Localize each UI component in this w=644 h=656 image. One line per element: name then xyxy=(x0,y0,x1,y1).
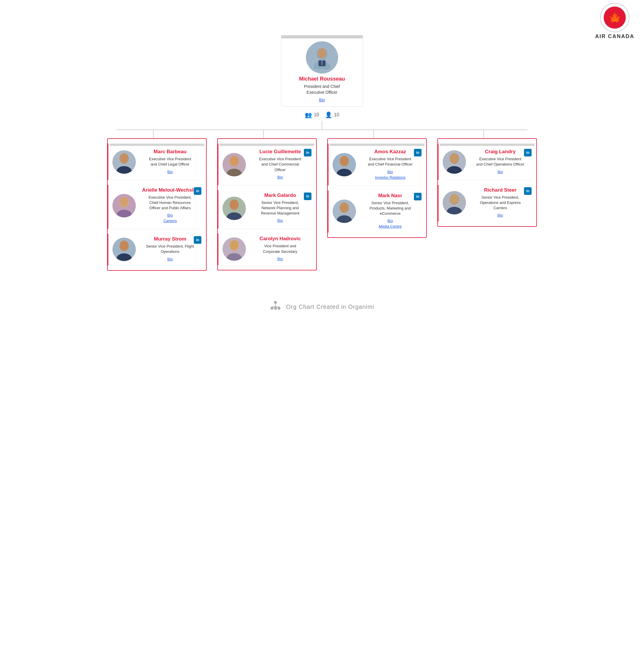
arielle-header: Arielle Meloul-Wechsler Executive Vice P… xyxy=(112,187,201,224)
kazzaz-card-bar xyxy=(330,144,424,146)
landry-name: Craig Landry xyxy=(469,149,532,155)
galardo-header: Mark Galardo Senior Vice President,Netwo… xyxy=(223,193,312,224)
svg-point-9 xyxy=(120,153,128,162)
murray-header: Murray Strom Senior Vice President, Flig… xyxy=(112,236,201,262)
lucie-bio[interactable]: Bio xyxy=(249,175,312,179)
nasr-bio[interactable]: Bio xyxy=(359,219,421,223)
ceo-avatar-wrap xyxy=(306,41,338,73)
person-count: 10 xyxy=(334,112,339,117)
card-bar-1 xyxy=(110,144,204,146)
landry-title: Executive Vice Presidentand Chief Operat… xyxy=(469,156,532,167)
svg-point-35 xyxy=(447,207,462,215)
arielle-info: Arielle Meloul-Wechsler Executive Vice P… xyxy=(139,187,201,224)
marc-barbeau-name: Marc Barbeau xyxy=(139,149,201,155)
steer-bio[interactable]: Bio xyxy=(469,213,532,217)
murray-name: Murray Strom xyxy=(139,236,201,242)
steer-name: Richard Steer xyxy=(469,187,532,193)
landry-left-bar xyxy=(437,144,438,180)
ceo-card: Michael Rousseau President and ChiefExec… xyxy=(281,35,363,107)
arielle-card: in Arielle Meloul-Wechsler Executive Vic… xyxy=(112,185,201,229)
svg-point-21 xyxy=(230,199,238,209)
lucie-name: Lucie Guillemette xyxy=(249,149,312,155)
col1-group: Marc Barbeau Executive Vice Presidentand… xyxy=(107,138,207,270)
kazzaz-ir[interactable]: Investor Relations xyxy=(359,175,421,180)
landry-card: in Craig Landry Executive Vice President… xyxy=(443,144,532,180)
marc-barbeau-info: Marc Barbeau Executive Vice Presidentand… xyxy=(139,149,201,175)
kazzaz-linkedin[interactable]: in xyxy=(414,149,421,156)
svg-point-23 xyxy=(227,253,242,261)
landry-linkedin[interactable]: in xyxy=(524,149,532,156)
group-icon: 👥 xyxy=(305,111,312,118)
col4-wrapper: in Craig Landry Executive Vice President… xyxy=(435,130,539,227)
kazzaz-left-bar xyxy=(327,144,328,185)
steer-linkedin[interactable]: in xyxy=(524,187,532,195)
steer-left-bar xyxy=(437,185,438,222)
marc-barbeau-header: Marc Barbeau Executive Vice Presidentand… xyxy=(112,149,201,175)
svg-text:🍁: 🍁 xyxy=(607,10,623,25)
lucie-header: Lucie Guillemette Executive Vice Preside… xyxy=(223,149,312,180)
arielle-careers[interactable]: Careers xyxy=(139,219,201,223)
col3-down-line xyxy=(373,130,374,138)
col3-wrapper: in Amos Kazzaz Executive Vice Presidenta… xyxy=(325,130,429,238)
carolyn-avatar xyxy=(223,237,246,261)
nasr-info: Mark Nasr Senior Vice President,Products… xyxy=(359,193,421,230)
lucie-avatar xyxy=(223,153,246,176)
nasr-linkedin[interactable]: in xyxy=(414,193,421,200)
ceo-name: Michael Rousseau xyxy=(284,76,360,82)
svg-point-38 xyxy=(271,307,273,310)
footer-text: Org Chart Created in Organimi xyxy=(286,304,374,310)
carolyn-bio[interactable]: Bio xyxy=(249,257,312,261)
galardo-bio[interactable]: Bio xyxy=(249,218,312,223)
marc-barbeau-card: Marc Barbeau Executive Vice Presidentand… xyxy=(112,144,201,180)
svg-point-24 xyxy=(230,240,238,249)
steer-title: Senior Vice President,Operations and Exp… xyxy=(469,195,532,211)
kazzaz-bio[interactable]: Bio xyxy=(359,170,421,174)
murray-avatar xyxy=(112,238,136,261)
ceo-bio-link[interactable]: Bio xyxy=(284,97,360,102)
galardo-linkedin[interactable]: in xyxy=(304,193,312,200)
steer-inner: in Richard Steer Senior Vice President,O… xyxy=(443,187,532,219)
col2-group: in Lucie Guillemette Executive Vice Pres… xyxy=(217,138,317,270)
lucie-linkedin[interactable]: in xyxy=(304,149,312,156)
murray-inner: in Murray Strom Senior Vice President, F… xyxy=(112,236,201,262)
kazzaz-inner: in Amos Kazzaz Executive Vice Presidenta… xyxy=(332,149,421,180)
carolyn-title: Vice President andCorporate Secretary xyxy=(249,243,312,254)
galardo-name: Mark Galardo xyxy=(249,193,312,198)
galardo-info: Mark Galardo Senior Vice President,Netwo… xyxy=(249,193,312,224)
carolyn-left-bar xyxy=(217,234,218,265)
marc-barbeau-bio[interactable]: Bio xyxy=(139,170,201,174)
kazzaz-info: Amos Kazzaz Executive Vice Presidentand … xyxy=(359,149,421,180)
ceo-down-line xyxy=(322,121,322,130)
organimi-svg-icon xyxy=(270,300,281,312)
svg-point-4 xyxy=(318,48,326,58)
landry-card-bar xyxy=(440,144,534,146)
landry-bio[interactable]: Bio xyxy=(469,170,532,174)
nasr-media[interactable]: Media Centre xyxy=(359,224,421,228)
kazzaz-avatar xyxy=(332,153,356,176)
svg-point-36 xyxy=(450,194,458,203)
org-chart-root: Michael Rousseau President and ChiefExec… xyxy=(0,0,644,320)
arielle-linkedin[interactable]: in xyxy=(194,187,201,195)
marc-barbeau-avatar xyxy=(112,150,136,174)
nasr-inner: in Mark Nasr Senior Vice President,Produ… xyxy=(332,193,421,230)
landry-info: Craig Landry Executive Vice Presidentand… xyxy=(469,149,532,175)
murray-card: in Murray Strom Senior Vice President, F… xyxy=(112,234,201,265)
col4-down-line xyxy=(483,130,484,138)
col1-down-line xyxy=(153,130,154,138)
galardo-inner: in Mark Galardo Senior Vice President,Ne… xyxy=(223,193,312,224)
murray-linkedin[interactable]: in xyxy=(194,236,201,244)
nasr-name: Mark Nasr xyxy=(359,193,421,199)
svg-rect-6 xyxy=(321,60,323,65)
steer-header: Richard Steer Senior Vice President,Oper… xyxy=(443,187,532,219)
logo-circle: 🍁 xyxy=(600,3,629,32)
nasr-title: Senior Vice President,Products, Marketin… xyxy=(359,200,421,217)
group-count: 10 xyxy=(314,112,319,117)
carolyn-info: Carolyn Hadrovic Vice President andCorpo… xyxy=(249,236,312,262)
carolyn-card: Carolyn Hadrovic Vice President andCorpo… xyxy=(223,234,312,265)
arielle-bio[interactable]: Bio xyxy=(139,213,201,217)
svg-point-11 xyxy=(116,210,132,217)
galardo-avatar xyxy=(223,197,246,220)
kazzaz-name: Amos Kazzaz xyxy=(359,149,421,155)
landry-avatar xyxy=(443,150,466,174)
murray-bio[interactable]: Bio xyxy=(139,257,201,261)
